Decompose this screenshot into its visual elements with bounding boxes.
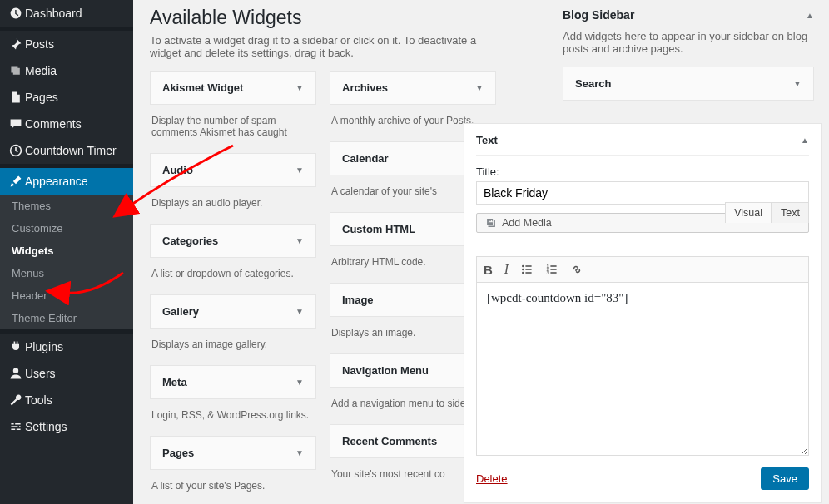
- widget-title: Custom HTML: [342, 223, 415, 235]
- subnav-themes[interactable]: Themes: [0, 195, 133, 217]
- widget-desc: A list of your site's Pages.: [150, 473, 316, 503]
- widget-categories[interactable]: Categories▼: [150, 224, 316, 258]
- nav-label: Comments: [25, 117, 82, 131]
- widget-title: Akismet Widget: [162, 82, 243, 94]
- chevron-down-icon: ▼: [295, 378, 304, 387]
- editor-tabs: Visual Text: [725, 202, 809, 223]
- svg-rect-13: [551, 272, 557, 274]
- nav-label: Pages: [25, 91, 58, 104]
- nav-posts[interactable]: Posts: [0, 31, 133, 57]
- svg-rect-9: [551, 265, 557, 267]
- tab-text[interactable]: Text: [772, 202, 809, 223]
- nav-label: Countdown Timer: [25, 144, 117, 157]
- widget-meta[interactable]: Meta▼: [150, 365, 316, 399]
- wrench-icon: [7, 393, 25, 407]
- svg-point-2: [522, 265, 524, 267]
- widget-desc: Displays an image gallery.: [150, 332, 316, 362]
- widget-title: Calendar: [342, 152, 389, 165]
- chevron-up-icon[interactable]: ▲: [806, 11, 814, 20]
- subnav-customize[interactable]: Customize: [0, 217, 133, 240]
- media-icon: [485, 217, 497, 229]
- widget-desc: Display the number of spam comments Akis…: [150, 108, 316, 150]
- clock-icon: [7, 144, 25, 157]
- page-description: To activate a widget drag it to a sideba…: [150, 34, 499, 59]
- chevron-down-icon: ▼: [295, 83, 304, 92]
- svg-point-1: [13, 368, 18, 373]
- widget-title: Archives: [342, 82, 388, 94]
- delete-link[interactable]: Delete: [476, 472, 508, 485]
- nav-media[interactable]: Media: [0, 57, 133, 84]
- chevron-up-icon[interactable]: ▲: [801, 136, 809, 145]
- widget-title: Image: [342, 294, 374, 306]
- widget-archives[interactable]: Archives▼: [330, 71, 496, 105]
- media-icon: [7, 64, 25, 77]
- nav-appearance[interactable]: Appearance: [0, 168, 133, 195]
- sliders-icon: [7, 420, 25, 433]
- widget-audio[interactable]: Audio▼: [150, 153, 316, 187]
- chevron-down-icon: ▼: [295, 166, 304, 175]
- bold-button[interactable]: B: [484, 263, 493, 277]
- subnav-header[interactable]: Header: [0, 284, 133, 307]
- text-widget-editor: Text ▲ Title: Add Media Visual Text B I …: [464, 123, 822, 502]
- widget-pages[interactable]: Pages▼: [150, 436, 316, 470]
- svg-rect-11: [551, 269, 557, 270]
- link-button[interactable]: [570, 263, 583, 276]
- nav-plugins[interactable]: Plugins: [0, 334, 133, 360]
- page-title: Available Widgets: [150, 7, 546, 29]
- nav-tools[interactable]: Tools: [0, 387, 133, 413]
- svg-rect-5: [526, 269, 532, 270]
- nav-label: Settings: [25, 420, 67, 433]
- subnav-theme-editor[interactable]: Theme Editor: [0, 307, 133, 329]
- widget-title: Recent Comments: [342, 435, 437, 447]
- widget-title: Meta: [162, 376, 187, 388]
- tab-visual[interactable]: Visual: [725, 202, 772, 223]
- page-icon: [7, 91, 25, 104]
- nav-dashboard[interactable]: Dashboard: [0, 0, 133, 27]
- dashboard-icon: [7, 7, 25, 20]
- editor-toolbar: B I 123: [476, 256, 809, 282]
- bullet-list-button[interactable]: [520, 263, 534, 276]
- svg-rect-7: [526, 272, 532, 274]
- nav-label: Dashboard: [25, 7, 82, 20]
- nav-label: Appearance: [25, 175, 88, 188]
- widget-title: Categories: [162, 235, 218, 247]
- widget-title: Gallery: [162, 305, 199, 318]
- nav-pages[interactable]: Pages: [0, 84, 133, 111]
- nav-label: Posts: [25, 37, 54, 51]
- widget-title: Search: [575, 77, 611, 90]
- chevron-down-icon: ▼: [295, 236, 304, 245]
- nav-settings[interactable]: Settings: [0, 413, 133, 440]
- nav-comments[interactable]: Comments: [0, 111, 133, 137]
- comment-icon: [7, 117, 25, 131]
- nav-countdown[interactable]: Countdown Timer: [0, 137, 133, 164]
- widget-title: Pages: [162, 447, 194, 459]
- widget-gallery[interactable]: Gallery▼: [150, 294, 316, 329]
- widget-akismet[interactable]: Akismet Widget▼: [150, 71, 316, 105]
- italic-button[interactable]: I: [504, 262, 509, 277]
- svg-point-6: [522, 272, 524, 274]
- svg-text:3: 3: [547, 271, 549, 275]
- nav-label: Users: [25, 367, 56, 380]
- chevron-down-icon: ▼: [475, 83, 484, 92]
- content-editor[interactable]: [476, 282, 809, 456]
- number-list-button[interactable]: 123: [545, 263, 558, 276]
- nav-label: Media: [25, 64, 57, 77]
- user-icon: [7, 367, 25, 380]
- chevron-down-icon: ▼: [793, 79, 802, 88]
- widget-title: Navigation Menu: [342, 364, 429, 377]
- subnav-widgets[interactable]: Widgets: [0, 240, 133, 262]
- nav-users[interactable]: Users: [0, 360, 133, 387]
- title-input[interactable]: [476, 181, 809, 205]
- title-field-label: Title:: [476, 166, 809, 178]
- widgets-column-1: Akismet Widget▼ Display the number of sp…: [150, 71, 316, 503]
- subnav-menus[interactable]: Menus: [0, 262, 133, 284]
- save-button[interactable]: Save: [761, 467, 809, 490]
- widget-desc: Login, RSS, & WordPress.org links.: [150, 403, 316, 432]
- admin-sidebar: Dashboard Posts Media Pages Comments Cou…: [0, 0, 133, 504]
- svg-point-4: [522, 269, 524, 270]
- text-widget-header: Text: [476, 134, 498, 146]
- sidebar-widget-search[interactable]: Search ▼: [563, 67, 814, 101]
- widget-title: Audio: [162, 164, 193, 176]
- chevron-down-icon: ▼: [295, 307, 304, 316]
- sidebar-panel-title: Blog Sidebar: [563, 8, 634, 22]
